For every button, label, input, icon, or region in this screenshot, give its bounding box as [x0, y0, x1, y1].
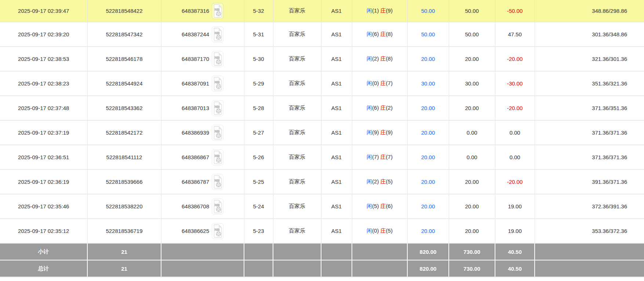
valid-amount-cell: 20.00	[449, 219, 495, 243]
bet-amount-link[interactable]: 20.00	[407, 169, 449, 194]
bet-amount-link[interactable]: 50.00	[407, 22, 449, 47]
player-result-label: 闲	[367, 203, 372, 209]
winloss-cell: -50.00	[495, 0, 535, 22]
banker-result-label: 庄	[381, 55, 386, 62]
valid-amount-cell: 30.00	[449, 71, 495, 96]
game-type-cell: 百家乐	[273, 194, 321, 219]
result-cell: 闲(5) 庄(6)	[352, 194, 407, 219]
bet-amount-link[interactable]: 20.00	[407, 96, 449, 120]
valid-amount-cell: 50.00	[449, 0, 495, 22]
empty-cell	[352, 260, 407, 277]
player-score: (5)	[372, 203, 379, 209]
bet-amount-link[interactable]: 20.00	[407, 120, 449, 145]
video-replay-button[interactable]	[212, 149, 223, 165]
table-code-cell: AS1	[321, 120, 352, 145]
valid-amount-cell: 0.00	[449, 145, 495, 169]
banker-score: (5)	[386, 178, 393, 185]
game-type-cell: 百家乐	[273, 120, 321, 145]
player-score: (6)	[372, 31, 379, 37]
table-row: 2025-09-17 02:37:19 522818542172 6483869…	[0, 120, 644, 145]
video-replay-button[interactable]	[212, 223, 223, 239]
table-code-cell: AS1	[321, 169, 352, 194]
table-code-cell: AS1	[321, 71, 352, 96]
round-id-value: 648387013	[182, 105, 209, 111]
banker-score: (6)	[386, 203, 393, 209]
table-code-cell: AS1	[321, 219, 352, 243]
bet-id-cell: 522818543362	[87, 96, 161, 120]
balance-cell: 371.36/371.36	[535, 145, 644, 169]
video-file-icon	[213, 28, 222, 41]
winloss-cell: -20.00	[495, 96, 535, 120]
result-cell: 闲(6) 庄(2)	[352, 96, 407, 120]
subtotal-count: 21	[87, 243, 161, 260]
bet-id-cell: 522818542172	[87, 120, 161, 145]
video-replay-button[interactable]	[212, 174, 223, 190]
video-replay-button[interactable]	[212, 51, 223, 67]
bet-amount-link[interactable]: 50.00	[407, 0, 449, 22]
round-id-value: 648387091	[182, 80, 209, 87]
table-row: 2025-09-17 02:37:48 522818543362 6483870…	[0, 96, 644, 120]
video-replay-button[interactable]	[212, 76, 223, 92]
bet-amount-link[interactable]: 20.00	[407, 47, 449, 71]
player-result-label: 闲	[367, 55, 372, 62]
player-result-label: 闲	[367, 7, 372, 14]
round-id-cell: 648386625	[161, 219, 244, 243]
player-score: (2)	[372, 55, 379, 62]
subtotal-bet: 820.00	[407, 243, 449, 260]
game-type-cell: 百家乐	[273, 219, 321, 243]
total-count: 21	[87, 260, 161, 277]
subtotal-valid: 730.00	[449, 243, 495, 260]
video-replay-button[interactable]	[212, 3, 223, 19]
banker-score: (8)	[386, 31, 393, 37]
bet-id-cell: 522818544924	[87, 71, 161, 96]
bet-amount-link[interactable]: 20.00	[407, 194, 449, 219]
balance-cell: 371.36/351.36	[535, 96, 644, 120]
player-score: (1)	[372, 7, 379, 14]
video-replay-button[interactable]	[212, 100, 223, 116]
round-number-cell: 5-25	[244, 169, 273, 194]
game-type-cell: 百家乐	[273, 22, 321, 47]
banker-result-label: 庄	[381, 129, 386, 135]
table-row: 2025-09-17 02:36:19 522818539666 6483867…	[0, 169, 644, 194]
empty-cell	[321, 260, 352, 277]
player-result-label: 闲	[367, 80, 372, 86]
bet-amount-link[interactable]: 30.00	[407, 71, 449, 96]
balance-cell: 391.36/371.36	[535, 169, 644, 194]
game-type-cell: 百家乐	[273, 96, 321, 120]
round-id-cell: 648387244	[161, 22, 244, 47]
round-number-cell: 5-23	[244, 219, 273, 243]
balance-cell: 321.36/301.36	[535, 47, 644, 71]
player-score: (6)	[372, 105, 379, 111]
valid-amount-cell: 50.00	[449, 22, 495, 47]
empty-cell	[244, 260, 273, 277]
player-result-label: 闲	[367, 178, 372, 185]
result-cell: 闲(0) 庄(7)	[352, 71, 407, 96]
result-cell: 闲(1) 庄(9)	[352, 0, 407, 22]
bet-time-cell: 2025-09-17 02:38:53	[0, 47, 87, 71]
banker-result-label: 庄	[381, 227, 386, 234]
player-result-label: 闲	[367, 105, 372, 111]
video-file-icon	[213, 224, 222, 238]
bet-amount-link[interactable]: 20.00	[407, 219, 449, 243]
video-replay-button[interactable]	[212, 125, 223, 141]
banker-result-label: 庄	[381, 7, 386, 14]
round-id-value: 648386939	[182, 129, 209, 136]
winloss-cell: -30.00	[495, 71, 535, 96]
bet-amount-link[interactable]: 20.00	[407, 145, 449, 169]
empty-cell	[352, 243, 407, 260]
bet-time-cell: 2025-09-17 02:39:47	[0, 0, 87, 22]
total-winloss: 40.50	[495, 260, 535, 277]
player-score: (7)	[372, 154, 379, 160]
table-row: 2025-09-17 02:38:53 522818546178 6483871…	[0, 47, 644, 71]
round-number-cell: 5-28	[244, 96, 273, 120]
winloss-cell: 47.50	[495, 22, 535, 47]
result-cell: 闲(9) 庄(9)	[352, 120, 407, 145]
video-replay-button[interactable]	[212, 26, 223, 43]
video-replay-button[interactable]	[212, 198, 223, 215]
round-id-cell: 648387316	[161, 0, 244, 22]
empty-cell	[535, 243, 644, 260]
player-result-label: 闲	[367, 227, 372, 234]
balance-cell: 351.36/321.36	[535, 71, 644, 96]
table-row: 2025-09-17 02:36:51 522818541112 6483868…	[0, 145, 644, 169]
game-type-cell: 百家乐	[273, 145, 321, 169]
